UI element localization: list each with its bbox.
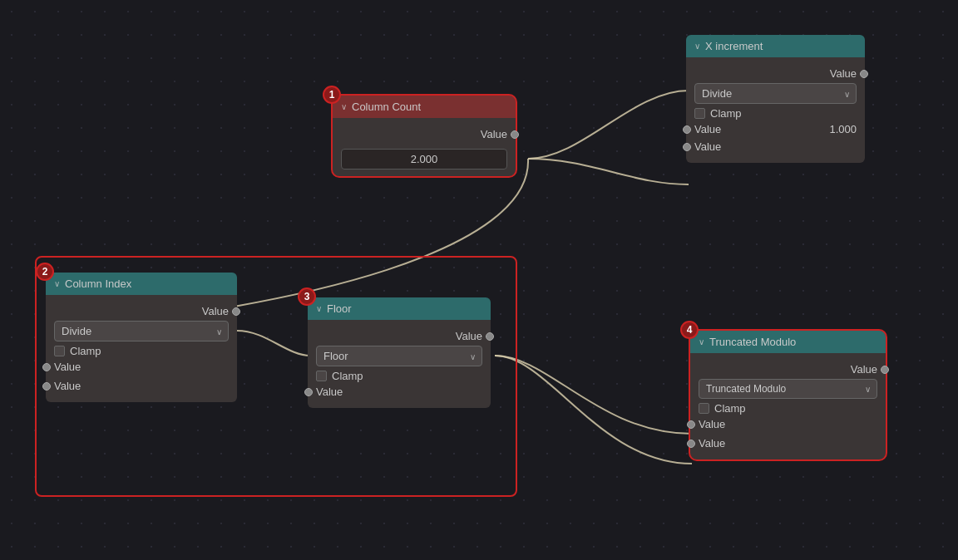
node-truncated-modulo-header[interactable]: ∨ Truncated Modulo: [690, 331, 886, 353]
value1-label-ci: Value: [54, 361, 81, 373]
clamp-checkbox-tm[interactable]: [699, 403, 709, 414]
value2-row-ci: Value: [54, 380, 229, 392]
value-bottom-label: Value: [694, 140, 721, 153]
operation-select-tm[interactable]: Truncated Modulo ∨: [699, 379, 877, 399]
value-number: 1.000: [829, 123, 857, 135]
value-top-row: Value: [694, 67, 857, 80]
input-socket-ci-2[interactable]: [42, 382, 51, 391]
chevron-down-icon-ci: ∨: [216, 327, 222, 336]
node-column-count: 1 ∨ Column Count Value: [333, 96, 516, 176]
value-top-label-fl: Value: [456, 330, 482, 342]
input-socket-value[interactable]: [683, 125, 691, 134]
input-socket-ci-1[interactable]: [42, 363, 51, 371]
value-row-fl: Value: [316, 386, 482, 398]
input-socket-tm-1[interactable]: [687, 420, 695, 429]
clamp-row-tm: Clamp: [699, 402, 877, 415]
value-num-row: Value 1.000: [694, 123, 857, 135]
node-x-increment-header[interactable]: ∨ X increment: [686, 35, 865, 57]
clamp-label: Clamp: [710, 107, 742, 120]
badge-2: 2: [36, 263, 54, 281]
output-socket-top[interactable]: [860, 70, 868, 78]
value-top-label: Value: [830, 67, 857, 80]
value1-row-tm: Value: [699, 418, 877, 430]
value-label-num: Value: [694, 123, 721, 135]
value-bottom-row: Value: [694, 140, 857, 153]
node-x-increment-body: Value Divide ∨ Clamp Value 1.000 Value: [686, 57, 865, 163]
chevron-icon: ∨: [341, 102, 347, 111]
input-value-row: [341, 145, 507, 169]
node-floor: 3 ∨ Floor Value Floor ∨ Clamp Value: [308, 297, 491, 408]
output-socket-fl[interactable]: [486, 332, 494, 341]
node-floor-title: Floor: [327, 302, 352, 315]
clamp-checkbox-fl[interactable]: [316, 371, 327, 381]
node-column-count-header[interactable]: ∨ Column Count: [333, 96, 516, 118]
node-column-index-body: Value Divide ∨ Clamp Value Value: [46, 295, 237, 402]
node-truncated-modulo-body: Value Truncated Modulo ∨ Clamp Value Val…: [690, 353, 886, 459]
chevron-down-icon-tm: ∨: [865, 385, 871, 394]
chevron-icon-xi: ∨: [694, 42, 700, 51]
clamp-row: Clamp: [694, 107, 857, 120]
value1-row-ci: Value: [54, 361, 229, 373]
node-floor-body: Value Floor ∨ Clamp Value: [308, 320, 491, 408]
output-socket-tm[interactable]: [881, 366, 889, 374]
operation-select-wrapper: Divide ∨: [694, 83, 857, 104]
chevron-icon-fl: ∨: [316, 304, 322, 313]
output-socket[interactable]: [511, 130, 519, 139]
chevron-icon-ci: ∨: [54, 279, 60, 288]
operation-select-wrapper-tm: Truncated Modulo ∨: [699, 379, 877, 399]
chevron-icon-tm: ∨: [699, 337, 704, 346]
node-column-index-title: Column Index: [65, 278, 131, 290]
output-socket-ci[interactable]: [232, 307, 240, 316]
chevron-down-icon: ∨: [844, 89, 850, 98]
node-truncated-modulo-title: Truncated Modulo: [709, 336, 796, 348]
node-x-increment-title: X increment: [705, 40, 763, 52]
value-top-row-tm: Value: [699, 363, 877, 376]
node-column-index-header[interactable]: ∨ Column Index: [46, 273, 237, 295]
chevron-down-icon-fl: ∨: [470, 351, 476, 361]
value-label: Value: [481, 128, 507, 140]
value-top-label-ci: Value: [202, 305, 229, 317]
node-column-count-body: Value: [333, 118, 516, 176]
badge-4: 4: [680, 321, 699, 339]
operation-select-wrapper-ci: Divide ∨: [54, 321, 229, 341]
input-socket-bottom[interactable]: [683, 143, 691, 151]
clamp-checkbox[interactable]: [694, 108, 705, 119]
clamp-row-fl: Clamp: [316, 370, 482, 382]
node-floor-header[interactable]: ∨ Floor: [308, 297, 491, 320]
operation-select[interactable]: Divide ∨: [694, 83, 857, 104]
badge-3: 3: [298, 287, 316, 306]
clamp-label-ci: Clamp: [70, 345, 101, 357]
node-truncated-modulo: 4 ∨ Truncated Modulo Value Truncated Mod…: [690, 331, 886, 459]
clamp-label-tm: Clamp: [714, 402, 746, 415]
clamp-checkbox-ci[interactable]: [54, 346, 65, 356]
value-top-row-fl: Value: [316, 330, 482, 342]
value-label-fl: Value: [316, 386, 343, 398]
node-column-index: 2 ∨ Column Index Value Divide ∨ Clamp Va…: [46, 273, 237, 402]
value2-row-tm: Value: [699, 437, 877, 449]
badge-1: 1: [323, 86, 341, 104]
value2-label-ci: Value: [54, 380, 81, 392]
clamp-row-ci: Clamp: [54, 345, 229, 357]
clamp-label-fl: Clamp: [332, 370, 363, 382]
input-socket-fl[interactable]: [304, 388, 313, 396]
node-column-count-title: Column Count: [352, 101, 421, 113]
value2-label-tm: Value: [699, 437, 725, 449]
operation-select-ci[interactable]: Divide ∨: [54, 321, 229, 341]
value-input[interactable]: [341, 149, 507, 169]
value-output-row: Value: [341, 128, 507, 140]
node-x-increment: ∨ X increment Value Divide ∨ Clamp Value…: [686, 35, 865, 163]
value-top-row-ci: Value: [54, 305, 229, 317]
value-top-label-tm: Value: [851, 363, 877, 376]
operation-select-fl[interactable]: Floor ∨: [316, 346, 482, 366]
input-socket-tm-2[interactable]: [687, 440, 695, 448]
operation-select-wrapper-fl: Floor ∨: [316, 346, 482, 366]
value1-label-tm: Value: [699, 418, 725, 430]
